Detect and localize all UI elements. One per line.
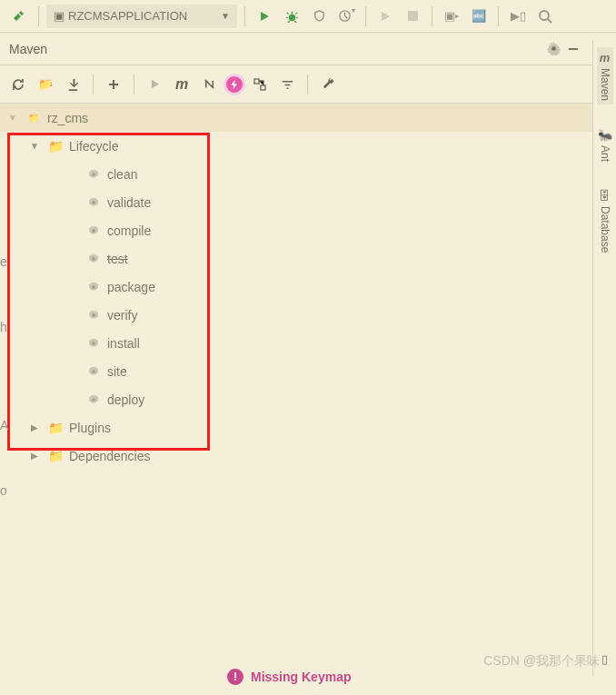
gear-icon[interactable] [543,37,563,61]
tree-root-row[interactable]: ▼ 📁 rz_cms [0,104,592,132]
watermark: CSDN @我那个果味 [483,653,600,670]
toggle-offline-icon[interactable] [196,72,222,97]
separator [307,74,308,94]
tree-root-label: rz_cms [47,111,88,125]
panel-title: Maven [9,42,543,56]
svg-rect-5 [569,48,578,50]
svg-point-3 [540,11,549,20]
scratch-icon[interactable]: ▶▯ [506,5,530,28]
stop-icon [401,5,424,28]
svg-point-0 [288,15,295,22]
rerun-icon [373,5,397,28]
reload-icon[interactable] [5,72,31,97]
application-icon: ▣ [54,9,65,23]
separator [93,74,94,94]
top-toolbar: ▣ RZCMSAPPLICATION ▼ ▾ ▣▸ 🔤 ▶▯ [0,0,616,33]
side-tab-maven[interactable]: mMaven [597,47,613,104]
side-tab-database[interactable]: 🗄Database [597,185,613,256]
side-tabs: mMaven 🐜Ant 🗄Database ▯ [592,40,616,676]
run-config-label: RZCMSAPPLICATION [68,9,187,23]
attach-icon[interactable]: ▣▸ [440,5,463,28]
chevron-down-icon[interactable]: ▼ [5,113,20,123]
left-edge-chars: ehAo [0,245,8,507]
svg-rect-2 [408,11,418,21]
separator [134,74,134,94]
side-tab-ant[interactable]: 🐜Ant [596,124,614,165]
search-icon[interactable] [533,5,557,28]
warning-icon: ! [227,669,243,685]
run-goal-icon [142,72,167,97]
show-deps-icon[interactable] [247,72,273,97]
profile-icon[interactable]: ▾ [334,5,358,28]
highlight-box [7,133,210,451]
m-icon[interactable]: m [169,72,194,97]
separator [432,6,432,26]
add-icon[interactable] [101,72,126,97]
separator [38,6,39,26]
translate-icon[interactable]: 🔤 [467,5,491,28]
status-text: Missing Keymap [251,670,351,684]
hammer-icon[interactable] [7,5,31,28]
maven-toolbar: 📁↓ m [0,65,592,104]
generate-icon[interactable]: 📁↓ [33,72,58,97]
collapse-icon[interactable] [274,72,300,97]
chevron-right-icon[interactable]: ▶ [27,451,42,461]
maven-module-icon: 📁 [25,110,42,126]
coverage-icon[interactable] [307,5,331,28]
maven-panel-header: Maven [0,33,592,65]
status-message[interactable]: ! Missing Keymap [227,669,351,685]
separator [365,6,366,26]
separator [498,6,499,26]
wrench-icon[interactable] [315,72,341,97]
run-config-selector[interactable]: ▣ RZCMSAPPLICATION ▼ [46,5,237,28]
debug-icon[interactable] [280,5,303,28]
skip-tests-icon[interactable] [224,74,245,95]
dropdown-icon: ▼ [221,11,230,21]
svg-rect-7 [261,85,265,90]
separator [244,6,245,26]
run-icon[interactable] [253,5,276,28]
minimize-icon[interactable] [563,37,583,61]
download-icon[interactable] [60,72,85,97]
maven-tree: ▼ 📁 rz_cms ▼ 📁 Lifecycle cleanvalidateco… [0,104,592,479]
status-bar: CSDN @我那个果味 ! Missing Keymap [0,659,616,695]
svg-rect-6 [254,79,259,84]
